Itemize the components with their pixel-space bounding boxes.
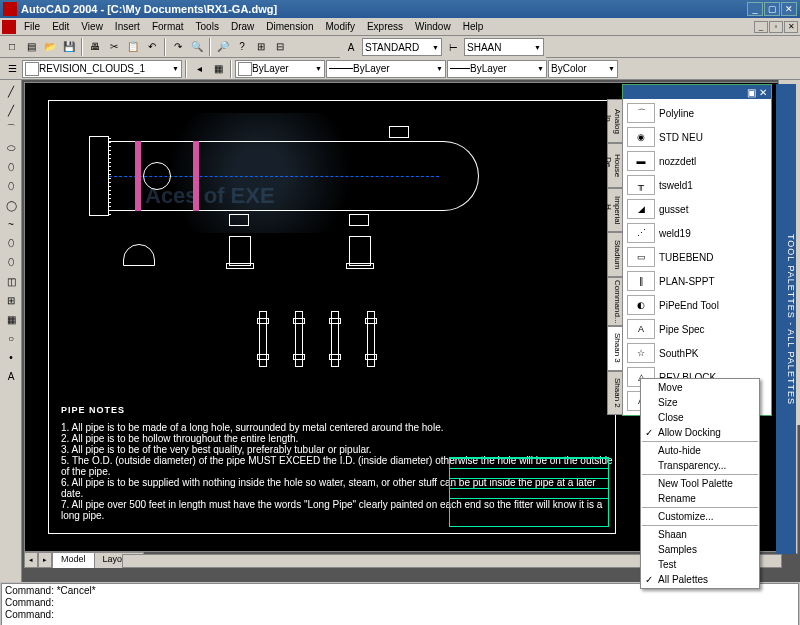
ctx-close[interactable]: Close xyxy=(642,410,758,425)
palette-item-std-neu[interactable]: ◉STD NEU xyxy=(625,125,769,149)
menu-dimension[interactable]: Dimension xyxy=(260,21,319,32)
tab-model[interactable]: Model xyxy=(52,552,95,568)
left-tool-8[interactable]: ⬯ xyxy=(2,234,20,252)
left-tool-2[interactable]: ⌒ xyxy=(2,120,20,138)
close-button[interactable]: ✕ xyxy=(781,2,797,16)
palette-item-nozzdetl[interactable]: ▬nozzdetl xyxy=(625,149,769,173)
toolbar-button-3[interactable]: 💾 xyxy=(60,38,78,56)
menu-window[interactable]: Window xyxy=(409,21,457,32)
left-tool-13[interactable]: ○ xyxy=(2,329,20,347)
toolbar-button-4[interactable]: 🖶 xyxy=(86,38,104,56)
maximize-button[interactable]: ▢ xyxy=(764,2,780,16)
menu-modify[interactable]: Modify xyxy=(320,21,361,32)
toolbar-button-12[interactable]: ⊞ xyxy=(252,38,270,56)
ctx-auto-hide[interactable]: Auto-hide xyxy=(642,443,758,458)
doc-sys-icon[interactable] xyxy=(2,20,16,34)
palette-tab[interactable]: Imperial H... xyxy=(607,188,623,232)
doc-restore-button[interactable]: ▫ xyxy=(769,21,783,33)
left-tool-14[interactable]: • xyxy=(2,348,20,366)
palette-tab[interactable]: Shaan 2 xyxy=(607,371,623,415)
left-tool-5[interactable]: ⬯ xyxy=(2,177,20,195)
ctx-move[interactable]: Move xyxy=(642,380,758,395)
tab-nav-next[interactable]: ▸ xyxy=(38,552,52,568)
menu-draw[interactable]: Draw xyxy=(225,21,260,32)
toolbar-button-5[interactable]: ✂ xyxy=(105,38,123,56)
ctx-new-tool-palette[interactable]: New Tool Palette xyxy=(642,476,758,491)
layer-prev-button[interactable]: ◂ xyxy=(190,60,208,78)
toolbar-button-10[interactable]: 🔎 xyxy=(214,38,232,56)
left-tool-9[interactable]: ⬯ xyxy=(2,253,20,271)
command-window[interactable]: Command: *Cancel* Command: Command: xyxy=(1,583,799,625)
left-tool-3[interactable]: ⬭ xyxy=(2,139,20,157)
dimstyle-dropdown[interactable]: SHAAN▼ xyxy=(464,38,544,56)
palette-tab[interactable]: Shaan 3 xyxy=(607,326,623,370)
ctx-transparency-[interactable]: Transparency... xyxy=(642,458,758,473)
ctx-samples[interactable]: Samples xyxy=(642,542,758,557)
left-tool-11[interactable]: ⊞ xyxy=(2,291,20,309)
palette-item-tsweld1[interactable]: ╥tsweld1 xyxy=(625,173,769,197)
left-tool-12[interactable]: ▦ xyxy=(2,310,20,328)
palette-item-plan-sppt[interactable]: ‖PLAN-SPPT xyxy=(625,269,769,293)
menu-edit[interactable]: Edit xyxy=(46,21,75,32)
toolbar-button-13[interactable]: ⊟ xyxy=(271,38,289,56)
palette-item-weld19[interactable]: ⋰weld19 xyxy=(625,221,769,245)
ctx-rename[interactable]: Rename xyxy=(642,491,758,506)
toolbar-button-6[interactable]: 📋 xyxy=(124,38,142,56)
ctx-test[interactable]: Test xyxy=(642,557,758,572)
layer-states-button[interactable]: ▦ xyxy=(209,60,227,78)
menu-tools[interactable]: Tools xyxy=(190,21,225,32)
palette-tab[interactable]: House De... xyxy=(607,143,623,187)
toolbar-button-2[interactable]: 📂 xyxy=(41,38,59,56)
left-tool-0[interactable]: ╱ xyxy=(2,82,20,100)
palette-tab[interactable]: Analog In... xyxy=(607,99,623,143)
ctx-shaan[interactable]: Shaan xyxy=(642,527,758,542)
palette-tab[interactable]: Command... xyxy=(607,277,623,327)
left-tool-7[interactable]: ~ xyxy=(2,215,20,233)
palette-title-bar[interactable]: TOOL PALETTES - ALL PALETTES xyxy=(776,84,796,554)
menu-view[interactable]: View xyxy=(75,21,109,32)
minimize-button[interactable]: _ xyxy=(747,2,763,16)
left-tool-4[interactable]: ⬯ xyxy=(2,158,20,176)
menu-help[interactable]: Help xyxy=(457,21,490,32)
palette-item-pipe-spec[interactable]: APipe Spec xyxy=(625,317,769,341)
toolbar-button-1[interactable]: ▤ xyxy=(22,38,40,56)
tab-nav-prev[interactable]: ◂ xyxy=(24,552,38,568)
toolbar-button-11[interactable]: ? xyxy=(233,38,251,56)
palette-item-gusset[interactable]: ◢gusset xyxy=(625,197,769,221)
menu-format[interactable]: Format xyxy=(146,21,190,32)
linetype-dropdown[interactable]: ByLayer▼ xyxy=(326,60,446,78)
menu-insert[interactable]: Insert xyxy=(109,21,146,32)
doc-close-button[interactable]: ✕ xyxy=(784,21,798,33)
toolbar-button-0[interactable]: □ xyxy=(3,38,21,56)
layer-manager-button[interactable]: ☰ xyxy=(3,60,21,78)
palette-header[interactable]: ▣ ✕ xyxy=(623,85,771,99)
ctx-allow-docking[interactable]: Allow Docking xyxy=(642,425,758,440)
palette-item-tubebend[interactable]: ▭TUBEBEND xyxy=(625,245,769,269)
left-tool-15[interactable]: A xyxy=(2,367,20,385)
plotstyle-dropdown[interactable]: ByColor▼ xyxy=(548,60,618,78)
dimstyle-icon[interactable]: ⊢ xyxy=(444,38,462,56)
toolbar-button-9[interactable]: 🔍 xyxy=(188,38,206,56)
palette-item-pipeend-tool[interactable]: ◐PiPeEnd Tool xyxy=(625,293,769,317)
palette-props-button[interactable]: ▣ xyxy=(745,87,757,98)
palette-item-polyline[interactable]: ⌒Polyline xyxy=(625,101,769,125)
ctx-all-palettes[interactable]: All Palettes xyxy=(642,572,758,587)
left-tool-6[interactable]: ◯ xyxy=(2,196,20,214)
lineweight-dropdown[interactable]: ByLayer▼ xyxy=(447,60,547,78)
menu-express[interactable]: Express xyxy=(361,21,409,32)
layer-dropdown[interactable]: REVISION_CLOUDS_1▼ xyxy=(22,60,182,78)
color-dropdown[interactable]: ByLayer▼ xyxy=(235,60,325,78)
palette-close-button[interactable]: ✕ xyxy=(757,87,769,98)
ctx-size[interactable]: Size xyxy=(642,395,758,410)
left-tool-1[interactable]: ╱ xyxy=(2,101,20,119)
ctx-customize-[interactable]: Customize... xyxy=(642,509,758,524)
doc-minimize-button[interactable]: _ xyxy=(754,21,768,33)
left-tool-10[interactable]: ◫ xyxy=(2,272,20,290)
menu-file[interactable]: File xyxy=(18,21,46,32)
palette-tab[interactable]: Stadium xyxy=(607,232,623,276)
palette-item-southpk[interactable]: ☆SouthPK xyxy=(625,341,769,365)
textstyle-icon[interactable]: A xyxy=(342,38,360,56)
toolbar-button-7[interactable]: ↶ xyxy=(143,38,161,56)
textstyle-dropdown[interactable]: STANDARD▼ xyxy=(362,38,442,56)
toolbar-button-8[interactable]: ↷ xyxy=(169,38,187,56)
